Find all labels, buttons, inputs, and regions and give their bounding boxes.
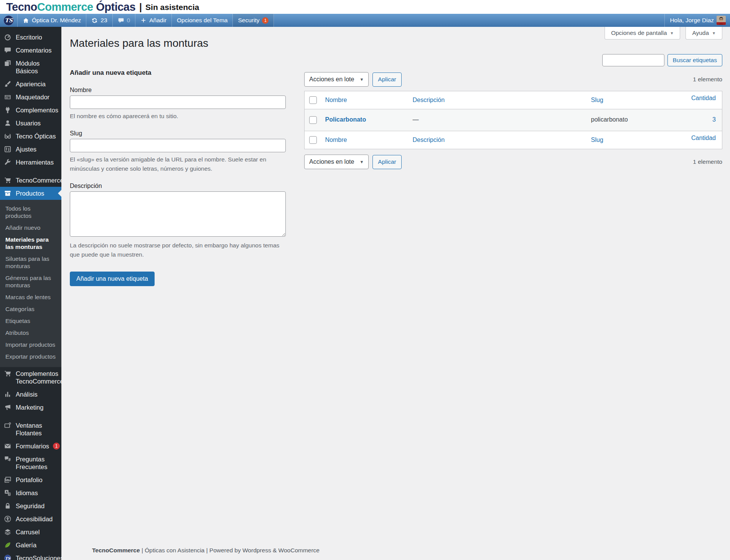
adminbar-spacer — [274, 14, 664, 27]
adminbar-new-label: Añadir — [149, 17, 166, 24]
adminbar-theme-options[interactable]: Opciones del Tema — [172, 14, 233, 27]
sidebar-item-label: Maquetador — [16, 93, 58, 101]
sidebar-item-productos[interactable]: Productos — [0, 187, 61, 200]
screen-options-button[interactable]: Opciones de pantalla ▼ — [605, 27, 681, 40]
sidebar-subitem-materiales-para-las-monturas[interactable]: Materiales para las monturas — [0, 234, 61, 253]
sidebar-subitem-todos-los-productos[interactable]: Todos los productos — [0, 203, 61, 222]
help-label: Ayuda — [692, 30, 709, 36]
adminbar-updates[interactable]: 23 — [86, 14, 112, 27]
bulk-action-select-bottom[interactable]: Acciones en lote ▼ — [304, 155, 369, 169]
column-footer-slug[interactable]: Slug — [591, 137, 603, 143]
sidebar-item-label: Complementos TecnoCommerce — [16, 370, 64, 385]
bulk-action-label: Acciones en lote — [309, 158, 354, 165]
adminbar-user[interactable]: Hola, Jorge Diaz — [664, 14, 730, 27]
name-label: Nombre — [70, 87, 286, 94]
row-checkbox[interactable] — [309, 116, 317, 124]
settings-icon — [4, 145, 12, 153]
sidebar-subitem-importar-productos[interactable]: Importar productos — [0, 339, 61, 351]
column-header-description[interactable]: Descripción — [413, 97, 445, 103]
bulk-action-select[interactable]: Acciones en lote ▼ — [304, 72, 369, 87]
column-footer-count[interactable]: Cantidad — [691, 135, 716, 141]
slug-field[interactable] — [70, 139, 286, 152]
name-field[interactable] — [70, 96, 286, 109]
tags-table: Nombre Descripción Slug Cantidad Policar… — [304, 91, 722, 149]
sidebar-item-idiomas[interactable]: Idiomas — [0, 486, 61, 499]
tools-icon — [4, 158, 12, 166]
sidebar-item-portafolio[interactable]: Portafolio — [0, 473, 61, 486]
tag-count-link[interactable]: 3 — [712, 116, 716, 123]
adminbar-new[interactable]: Añadir — [135, 14, 172, 27]
security-badge: 1 — [262, 17, 269, 24]
search-tags-button[interactable]: Buscar etiquetas — [667, 54, 722, 66]
sidebar-item-marketing[interactable]: Marketing — [0, 401, 61, 414]
sidebar-item-comentarios[interactable]: Comentarios — [0, 44, 61, 57]
column-header-name[interactable]: Nombre — [325, 97, 347, 103]
column-footer-description[interactable]: Descripción — [413, 137, 445, 143]
brand-primary: Tecno — [6, 1, 37, 13]
plus-icon — [140, 17, 147, 23]
ts-logo-icon: TS — [3, 15, 14, 26]
screen-options-label: Opciones de pantalla — [611, 30, 667, 36]
table-header: Nombre Descripción Slug Cantidad — [305, 91, 722, 109]
sidebar-subitem-atributos[interactable]: Atributos — [0, 327, 61, 339]
search-input[interactable] — [602, 54, 664, 66]
sidebar-subitem-etiquetas[interactable]: Etiquetas — [0, 315, 61, 327]
help-button[interactable]: Ayuda ▼ — [686, 27, 722, 40]
sidebar-item-analisis[interactable]: Análisis — [0, 388, 61, 401]
sidebar-item-complementos-tecnocommerce[interactable]: Complementos TecnoCommerce — [0, 367, 61, 388]
column-header-count[interactable]: Cantidad — [691, 95, 716, 101]
avatar — [717, 16, 726, 25]
sidebar-subitem-categorias[interactable]: Categorías — [0, 303, 61, 315]
sidebar-subitem-generos-para-las-monturas[interactable]: Géneros para las monturas — [0, 272, 61, 291]
select-all-checkbox[interactable] — [309, 96, 317, 104]
apply-button[interactable]: Aplicar — [372, 72, 401, 87]
tag-name-link[interactable]: Policarbonato — [325, 116, 366, 123]
sidebar-subitem-siluetas-para-las-monturas[interactable]: Siluetas para las monturas — [0, 253, 61, 272]
sidebar-item-apariencia[interactable]: Apariencia — [0, 77, 61, 91]
sidebar-item-herramientas[interactable]: Herramientas — [0, 156, 61, 169]
sidebar-item-tecnocommerce[interactable]: TecnoCommerce — [0, 174, 61, 187]
update-icon — [91, 17, 98, 24]
sidebar-item-tecnosoluciones[interactable]: TSTecnoSoluciones — [0, 552, 61, 560]
brand-subtitle: Sin asistencia — [145, 2, 199, 12]
sidebar-item-carrusel[interactable]: Carrusel — [0, 525, 61, 539]
sidebar-item-complementos[interactable]: Complementos — [0, 104, 61, 117]
pages-icon — [4, 59, 12, 67]
bulk-action-label: Acciones en lote — [309, 76, 354, 83]
sidebar-item-ajustes[interactable]: Ajustes — [0, 143, 61, 156]
sidebar-item-label: Escritorio — [16, 33, 58, 41]
description-help: La descripción no suele mostrarse por de… — [70, 241, 286, 259]
adminbar-security[interactable]: Security 1 — [233, 14, 274, 27]
description-field[interactable] — [70, 191, 286, 237]
sidebar-item-modulos-basicos[interactable]: Módulos Básicos — [0, 57, 61, 77]
brand-separator: | — [139, 2, 142, 13]
add-tag-button[interactable]: Añadir una nueva etiqueta — [70, 272, 155, 286]
sidebar-item-usuarios[interactable]: Usuarios — [0, 117, 61, 130]
adminbar-site[interactable]: Óptica Dr. Méndez — [18, 14, 86, 27]
adminbar-comments[interactable]: 0 — [113, 14, 136, 27]
sidebar-item-seguridad[interactable]: Seguridad — [0, 499, 61, 512]
select-all-checkbox-bottom[interactable] — [309, 136, 317, 144]
sidebar-item-accesibilidad[interactable]: Accesibilidad — [0, 512, 61, 525]
sidebar-item-label: Seguridad — [16, 502, 58, 510]
sidebar-subitem-marcas-de-lentes[interactable]: Marcas de lentes — [0, 291, 61, 303]
name-help: El nombre es cómo aparecerá en tu sitio. — [70, 112, 286, 121]
sidebar-item-formularios[interactable]: Formularios1 — [0, 440, 61, 453]
sidebar-item-escritorio[interactable]: Escritorio — [0, 31, 61, 44]
column-footer-name[interactable]: Nombre — [325, 137, 347, 143]
sidebar-subitem-anadir-nuevo[interactable]: Añadir nuevo — [0, 222, 61, 234]
sidebar-item-ventanas-flotantes[interactable]: Ventanas Flotantes — [0, 419, 61, 440]
column-header-slug[interactable]: Slug — [591, 97, 603, 103]
apply-button-bottom[interactable]: Aplicar — [372, 155, 401, 169]
sidebar-item-label: Marketing — [16, 404, 58, 411]
sidebar-item-maquetador[interactable]: Maquetador — [0, 91, 61, 104]
sidebar-item-galeria[interactable]: Galería — [0, 539, 61, 552]
sidebar-item-tecno-opticas[interactable]: Tecno Ópticas — [0, 130, 61, 143]
sidebar-item-preguntas-frecuentes[interactable]: Preguntas Frecuentes — [0, 453, 61, 473]
chevron-down-icon: ▼ — [359, 160, 364, 164]
sidebar-subitem-exportar-productos[interactable]: Exportar productos — [0, 351, 61, 362]
sidebar-item-label: Formularios — [16, 442, 49, 450]
description-label: Descripción — [70, 183, 286, 189]
adminbar-logo[interactable]: TS — [0, 14, 18, 27]
masthead: TecnoCommerce Ópticas | Sin asistencia — [0, 0, 730, 14]
